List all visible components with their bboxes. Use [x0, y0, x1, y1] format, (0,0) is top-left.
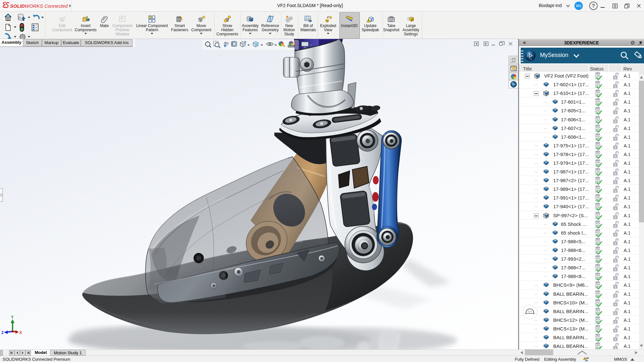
svg-text:Y: Y	[11, 315, 14, 320]
svg-text:X: X	[19, 330, 22, 335]
svg-text:Z: Z	[1, 330, 4, 335]
svg-text:3D: 3D	[527, 55, 529, 57]
svg-text:7.8: 7.8	[529, 58, 532, 60]
svg-text:!: !	[584, 357, 585, 360]
